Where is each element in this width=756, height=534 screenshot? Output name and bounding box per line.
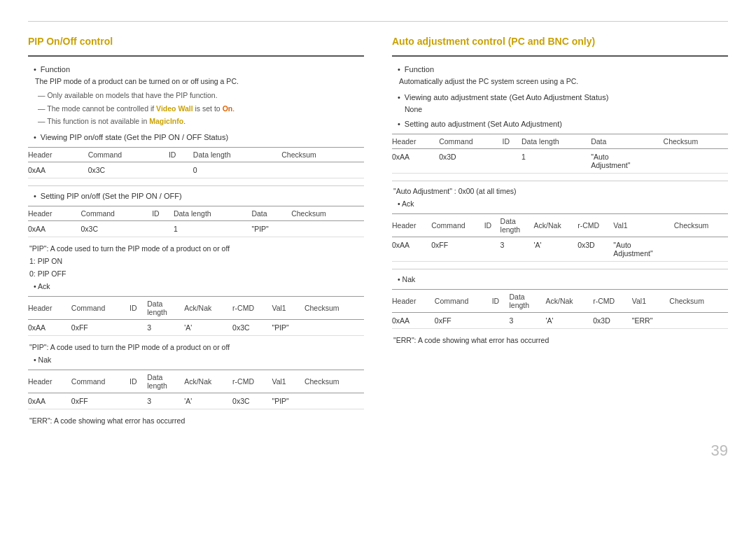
th-val1: Val1 xyxy=(272,297,304,320)
th-id: ID xyxy=(484,213,500,237)
video-wall-highlight: Video Wall xyxy=(156,104,193,113)
th-data: Data xyxy=(251,206,291,221)
ack-label: Ack xyxy=(398,199,728,208)
auto-nak-table: Header Command ID Datalength Ack/Nak r-C… xyxy=(392,289,728,329)
cell-header: 0xAA xyxy=(28,221,81,237)
th-command: Command xyxy=(81,206,153,221)
th-acknak: Ack/Nak xyxy=(184,370,232,393)
th-checksum: Checksum xyxy=(304,370,364,393)
nak-table-section: Header Command ID Datalength Ack/Nak r-C… xyxy=(28,370,364,409)
right-ack-table-section: Header Command ID Datalength Ack/Nak r-C… xyxy=(392,213,728,262)
cell-acknak: 'A' xyxy=(184,393,232,409)
left-column: PIP On/Off control Function The PIP mode… xyxy=(28,34,364,428)
right-section-title: Auto adjustment control (PC and BNC only… xyxy=(392,34,595,48)
th-id: ID xyxy=(130,370,147,393)
divider-1 xyxy=(28,185,364,186)
cell-rcmd: 0x3D xyxy=(578,237,613,261)
viewing-item: Viewing auto adjustment state (Get Auto … xyxy=(398,93,728,101)
cell-checksum xyxy=(304,393,364,409)
th-checksum: Checksum xyxy=(304,297,364,320)
function-item: Function xyxy=(398,65,728,73)
cell-checksum xyxy=(674,237,728,261)
cell-id xyxy=(492,312,510,328)
table-row: 0xAA 0x3C 0 xyxy=(28,162,364,178)
cell-header: 0xAA xyxy=(392,148,439,173)
pip-note1: "PIP": A code used to turn the PIP mode … xyxy=(29,244,364,253)
th-acknak: Ack/Nak xyxy=(184,297,232,320)
th-header: Header xyxy=(28,148,88,162)
pip-ack-table: Header Command ID Datalength Ack/Nak r-C… xyxy=(28,296,364,336)
on-highlight: On xyxy=(223,104,233,113)
table-row: 0xAA 0xFF 3 'A' 0x3C "PIP" xyxy=(28,393,364,409)
viewing-item: Viewing PIP on/off state (Get the PIP ON… xyxy=(34,133,364,141)
left-section-title: PIP On/Off control xyxy=(28,34,113,48)
cell-id xyxy=(503,148,522,173)
th-command: Command xyxy=(71,370,130,393)
viewing-label: Viewing auto adjustment state (Get Auto … xyxy=(405,93,608,101)
th-checksum: Checksum xyxy=(291,206,364,221)
viewing-list: Viewing auto adjustment state (Get Auto … xyxy=(392,93,728,101)
th-rcmd: r-CMD xyxy=(578,213,613,237)
cell-header: 0xAA xyxy=(28,320,71,336)
pip-set-table: Header Command ID Data length Data Check… xyxy=(28,206,364,237)
th-checksum: Checksum xyxy=(669,289,728,312)
th-datalength: Datalength xyxy=(500,213,534,237)
th-header: Header xyxy=(28,206,81,221)
cell-datalength: 1 xyxy=(174,221,251,237)
cell-datalength: 0 xyxy=(193,162,281,178)
th-command: Command xyxy=(431,213,484,237)
right-title-bar: Auto adjustment control (PC and BNC only… xyxy=(392,34,728,57)
function-desc: The PIP mode of a product can be turned … xyxy=(35,76,364,87)
th-rcmd: r-CMD xyxy=(232,370,272,393)
cell-header: 0xAA xyxy=(28,162,88,178)
setting-label: Setting auto adjustment (Set Auto Adjust… xyxy=(405,120,562,128)
cell-checksum xyxy=(304,320,364,336)
th-header: Header xyxy=(392,213,431,237)
cell-header: 0xAA xyxy=(392,312,435,328)
cell-data: "PIP" xyxy=(251,221,291,237)
table-row: 0xAA 0x3C 1 "PIP" xyxy=(28,221,364,237)
cell-checksum xyxy=(669,312,728,328)
cell-checksum xyxy=(664,148,728,173)
pip-note4: "PIP": A code used to turn the PIP mode … xyxy=(29,343,364,351)
cell-datalength: 3 xyxy=(147,393,184,409)
pip-nak-table: Header Command ID Datalength Ack/Nak r-C… xyxy=(28,370,364,409)
auto-set-table: Header Command ID Data length Data Check… xyxy=(392,134,728,174)
cell-data: "AutoAdjustment" xyxy=(591,148,663,173)
divider-right-1 xyxy=(392,181,728,181)
cell-val1: "ERR" xyxy=(632,312,670,328)
th-datalength: Data length xyxy=(174,206,251,221)
th-data: Data xyxy=(591,134,663,148)
setting-item: Setting auto adjustment (Set Auto Adjust… xyxy=(398,120,728,128)
right-table1-section: Header Command ID Data length Data Check… xyxy=(392,134,728,174)
th-header: Header xyxy=(392,289,435,312)
function-label: Function xyxy=(405,65,434,73)
th-checksum: Checksum xyxy=(674,213,728,237)
th-header: Header xyxy=(28,370,71,393)
cell-val1: "PIP" xyxy=(272,320,304,336)
main-content: PIP On/Off control Function The PIP mode… xyxy=(28,34,728,428)
function-label: Function xyxy=(41,65,70,73)
th-checksum: Checksum xyxy=(664,134,728,148)
cell-header: 0xAA xyxy=(28,393,71,409)
cell-header: 0xAA xyxy=(392,237,431,261)
cell-command: 0xFF xyxy=(71,320,130,336)
th-command: Command xyxy=(439,134,502,148)
right-function-list: Function xyxy=(392,65,728,73)
th-datalength: Data length xyxy=(522,134,591,148)
viewing-label: Viewing PIP on/off state (Get the PIP ON… xyxy=(41,133,228,141)
cell-id xyxy=(130,393,147,409)
th-id: ID xyxy=(152,206,174,221)
cell-command: 0x3C xyxy=(81,221,153,237)
viewing-val: None xyxy=(405,104,728,115)
th-id: ID xyxy=(169,148,193,162)
cell-rcmd: 0x3D xyxy=(593,312,631,328)
cell-datalength: 1 xyxy=(522,148,591,173)
th-id: ID xyxy=(492,289,510,312)
th-acknak: Ack/Nak xyxy=(534,213,578,237)
magicinfo-highlight: MagicInfo xyxy=(149,117,183,125)
th-acknak: Ack/Nak xyxy=(545,289,593,312)
ack-label: Ack xyxy=(34,282,364,290)
nak-label: Nak xyxy=(398,275,728,283)
setting-item: Setting PIP on/off (Set the PIP ON / OFF… xyxy=(34,192,364,200)
